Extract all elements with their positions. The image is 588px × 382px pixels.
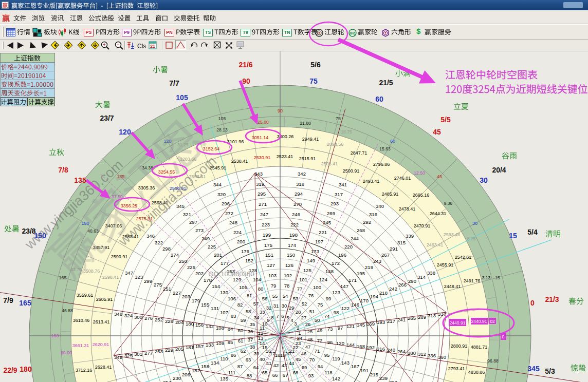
svg-text:02: 02: [490, 319, 495, 324]
svg-text:2440.91: 2440.91: [449, 320, 465, 326]
svg-text:0: 0: [502, 334, 505, 339]
svg-text:2440.91: 2440.91: [471, 319, 487, 324]
